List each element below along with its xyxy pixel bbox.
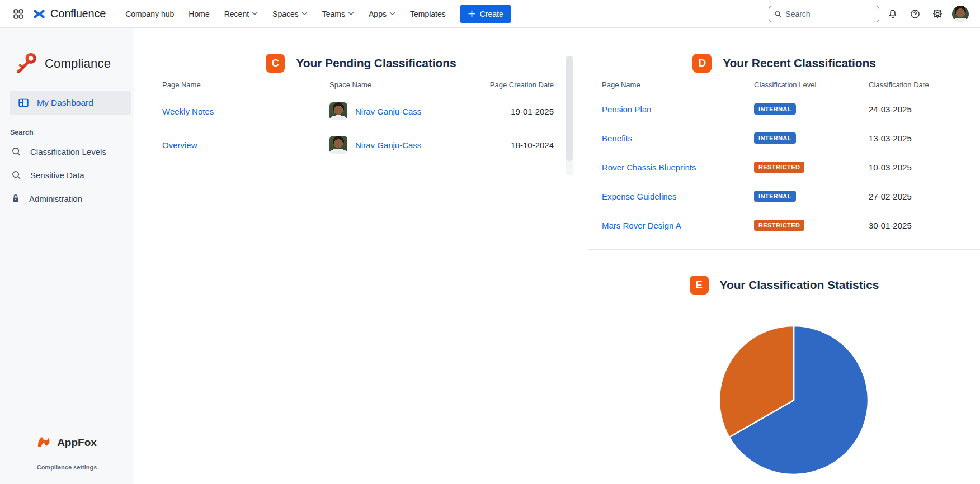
dashboard-content: C Your Pending Classifications Page Name… (134, 28, 980, 484)
main-nav-items: Company hubHomeRecentSpacesTeamsAppsTemp… (118, 0, 453, 27)
page-creation-date: 19-01-2025 (475, 107, 554, 116)
sidebar-item-classification-levels[interactable]: Classification Levels (0, 140, 134, 163)
chevron-down-icon (252, 12, 258, 16)
page-creation-date: 18-10-2024 (475, 140, 554, 150)
col-page-creation-date: Page Creation Date (475, 80, 554, 89)
space-link[interactable]: Nirav Ganju-Cass (355, 107, 421, 116)
panel-pending-classifications: C Your Pending Classifications Page Name… (134, 28, 588, 484)
app-switcher-icon[interactable] (9, 4, 28, 23)
nav-item-recent[interactable]: Recent (217, 0, 265, 27)
table-row: Mars Rover Design ARESTRICTED30-01-2025 (602, 211, 980, 240)
product-name: Confluence (50, 7, 106, 20)
panel-classification-statistics: E Your Classification Statistics (588, 250, 980, 484)
top-navigation-bar: Confluence Company hubHomeRecentSpacesTe… (0, 0, 980, 28)
sidebar-item-my-dashboard[interactable]: My Dashboard (10, 91, 131, 115)
notifications-bell-icon[interactable] (884, 5, 902, 23)
recent-table-body: Pension PlanINTERNAL24-03-2025BenefitsIN… (602, 94, 980, 240)
plus-icon (468, 10, 476, 18)
page-link[interactable]: Overview (162, 140, 329, 150)
classification-date: 10-03-2025 (869, 163, 980, 172)
col-page-name: Page Name (162, 80, 329, 89)
nav-item-spaces[interactable]: Spaces (265, 0, 315, 27)
classification-date: 30-01-2025 (869, 221, 980, 230)
nav-item-templates[interactable]: Templates (403, 0, 453, 27)
table-row: OverviewNirav Ganju-Cass18-10-2024 (162, 128, 553, 162)
space-avatar (329, 136, 347, 154)
table-row: Expense GuidelinesINTERNAL27-02-2025 (602, 182, 980, 211)
confluence-logo[interactable]: Confluence (32, 7, 106, 21)
help-icon[interactable] (906, 5, 924, 23)
stats-panel-title: E Your Classification Statistics (588, 250, 980, 295)
page-link[interactable]: Benefits (602, 134, 754, 143)
nav-item-label: Home (189, 10, 209, 18)
nav-item-apps[interactable]: Apps (361, 0, 403, 27)
classification-level-badge: RESTRICTED (754, 162, 804, 173)
recent-table-header: Page Name Classification Level Classific… (602, 80, 980, 94)
nav-item-teams[interactable]: Teams (315, 0, 361, 27)
nav-item-label: Teams (322, 10, 345, 18)
settings-gear-icon[interactable] (929, 5, 946, 23)
recent-table: Page Name Classification Level Classific… (602, 80, 980, 240)
space-link[interactable]: Nirav Ganju-Cass (355, 140, 421, 150)
section-badge-e: E (690, 276, 709, 295)
section-badge-c: C (266, 54, 285, 73)
page-link[interactable]: Pension Plan (602, 105, 754, 114)
panel-recent-classifications: D Your Recent Classifications Page Name … (588, 28, 980, 250)
chevron-down-icon (301, 12, 308, 16)
chevron-down-icon (389, 12, 395, 16)
section-badge-d: D (692, 54, 712, 73)
recent-title: Your Recent Classifications (723, 56, 876, 70)
page-link[interactable]: Mars Rover Design A (602, 221, 754, 230)
create-button-label: Create (480, 10, 503, 18)
classification-pie-chart (588, 320, 980, 480)
sidebar-search-items: Classification LevelsSensitive DataAdmin… (0, 140, 134, 210)
col-page-name: Page Name (602, 80, 754, 89)
search-icon (11, 146, 21, 156)
nav-item-company-hub[interactable]: Company hub (118, 0, 181, 27)
compliance-app-name: Compliance (45, 56, 111, 71)
appfox-name: AppFox (57, 436, 97, 449)
classification-level-badge: RESTRICTED (754, 220, 804, 231)
pending-title: Your Pending Classifications (296, 56, 456, 70)
fox-icon (37, 436, 53, 449)
search-input[interactable] (785, 10, 874, 18)
user-avatar[interactable] (952, 6, 969, 22)
page-link[interactable]: Weekly Notes (162, 107, 329, 116)
col-classification-date: Classification Date (869, 80, 980, 89)
stats-title: Your Classification Statistics (720, 278, 879, 292)
table-row: BenefitsINTERNAL13-03-2025 (602, 124, 980, 153)
sidebar-item-sensitive-data[interactable]: Sensitive Data (0, 163, 134, 187)
classification-level-badge: INTERNAL (754, 191, 796, 202)
sidebar-item-label: Classification Levels (30, 147, 106, 156)
pending-panel-title: C Your Pending Classifications (134, 28, 588, 73)
table-row: Weekly NotesNirav Ganju-Cass19-01-2025 (162, 94, 553, 128)
col-space-name: Space Name (329, 80, 475, 89)
space-avatar (329, 102, 347, 120)
vertical-scrollbar-thumb[interactable] (566, 56, 573, 161)
chevron-down-icon (348, 12, 354, 16)
page-link[interactable]: Rover Chassis Blueprints (602, 163, 754, 172)
nav-item-label: Templates (410, 10, 446, 18)
classification-level-badge: INTERNAL (754, 132, 796, 144)
sidebar-footer: AppFox Compliance settings (0, 436, 134, 471)
nav-item-label: Apps (369, 10, 387, 18)
col-classification-level: Classification Level (754, 80, 869, 89)
page-link[interactable]: Expense Guidelines (602, 192, 754, 201)
create-button[interactable]: Create (460, 5, 511, 23)
table-row: Pension PlanINTERNAL24-03-2025 (602, 94, 980, 124)
pending-table: Page Name Space Name Page Creation Date … (162, 80, 553, 162)
vertical-scrollbar-track (566, 56, 573, 175)
compliance-settings-link[interactable]: Compliance settings (0, 464, 134, 471)
appfox-logo: AppFox (0, 436, 134, 449)
table-row: Rover Chassis BlueprintsRESTRICTED10-03-… (602, 153, 980, 182)
nav-item-home[interactable]: Home (181, 0, 216, 27)
sidebar-item-label: My Dashboard (37, 98, 93, 108)
global-search[interactable] (769, 6, 879, 22)
sidebar-item-administration[interactable]: Administration (0, 187, 134, 210)
search-icon (11, 170, 21, 180)
compliance-sidebar: Compliance My Dashboard Search Classific… (0, 28, 134, 484)
key-icon (16, 51, 39, 76)
pending-table-header: Page Name Space Name Page Creation Date (162, 80, 553, 94)
nav-item-label: Spaces (272, 10, 299, 18)
recent-panel-title: D Your Recent Classifications (588, 28, 980, 73)
